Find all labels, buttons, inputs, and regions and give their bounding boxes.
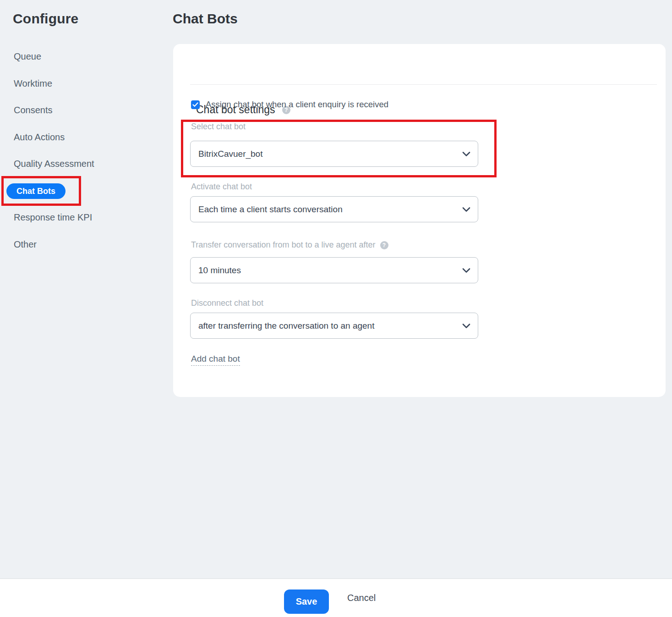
help-icon[interactable]: ? <box>380 241 388 249</box>
sidebar-item-response-time-kpi[interactable]: Response time KPI <box>14 212 92 223</box>
select-chat-bot-dropdown[interactable]: BitrixCavuer_bot <box>190 141 478 167</box>
configure-sidebar: Configure Queue Worktime Consents Auto A… <box>0 0 173 579</box>
assign-chat-bot-label: Assign chat bot when a client enquiry is… <box>206 99 388 110</box>
page-title: Chat Bots <box>173 11 238 27</box>
chevron-down-icon <box>462 207 470 212</box>
disconnect-chat-bot-label: Disconnect chat bot <box>191 298 263 308</box>
activate-chat-bot-value: Each time a client starts conversation <box>198 204 343 215</box>
header-divider <box>190 84 657 85</box>
activate-chat-bot-label: Activate chat bot <box>191 182 252 192</box>
assign-chat-bot-checkbox-row[interactable]: Assign chat bot when a client enquiry is… <box>191 99 388 110</box>
transfer-timeout-value: 10 minutes <box>198 265 241 275</box>
sidebar-item-other[interactable]: Other <box>14 239 37 250</box>
chevron-down-icon <box>462 323 470 329</box>
sidebar-item-auto-actions[interactable]: Auto Actions <box>14 132 65 143</box>
transfer-timeout-dropdown[interactable]: 10 minutes <box>190 257 478 283</box>
disconnect-chat-bot-value: after transferring the conversation to a… <box>198 321 374 331</box>
cancel-button[interactable]: Cancel <box>347 579 376 617</box>
sidebar-item-consents[interactable]: Consents <box>14 105 53 116</box>
sidebar-item-quality-assessment[interactable]: Quality Assessment <box>14 159 94 169</box>
footer-action-bar: Save Cancel <box>0 579 672 617</box>
checkbox-checked-icon[interactable] <box>191 100 200 109</box>
red-annotation-box-chat-bots: Chat Bots <box>1 176 81 206</box>
sidebar-item-chat-bots-active[interactable]: Chat Bots <box>6 183 66 199</box>
sidebar-item-worktime[interactable]: Worktime <box>14 78 52 89</box>
sidebar-item-queue[interactable]: Queue <box>14 51 41 62</box>
save-button[interactable]: Save <box>284 589 329 614</box>
activate-chat-bot-dropdown[interactable]: Each time a client starts conversation <box>190 196 478 222</box>
add-chat-bot-link[interactable]: Add chat bot <box>191 354 240 366</box>
chat-bot-settings-card: Chat bot settings ? Assign chat bot when… <box>173 44 666 397</box>
transfer-conversation-label-text: Transfer conversation from bot to a live… <box>191 240 376 250</box>
sidebar-title: Configure <box>13 11 78 27</box>
select-chat-bot-label: Select chat bot <box>191 122 246 132</box>
select-chat-bot-value: BitrixCavuer_bot <box>198 149 262 159</box>
chevron-down-icon <box>462 151 470 157</box>
chevron-down-icon <box>462 268 470 273</box>
disconnect-chat-bot-dropdown[interactable]: after transferring the conversation to a… <box>190 313 478 339</box>
transfer-conversation-label: Transfer conversation from bot to a live… <box>191 240 388 250</box>
